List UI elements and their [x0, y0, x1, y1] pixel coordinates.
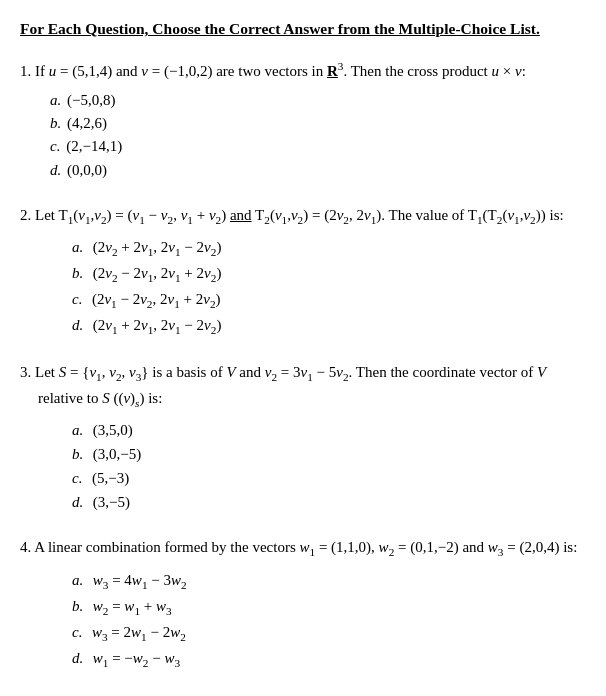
q4-answers: a. w3 = 4w1 − 3w2 b. w2 = w1 + w3 c. w3 … — [20, 568, 586, 672]
q1-answer-b: b. (4,2,6) — [50, 112, 586, 135]
question-2: 2. Let T1(v1,v2) = (v1 − v2, v1 + v2) an… — [20, 204, 586, 339]
q1-number: 1. — [20, 63, 31, 79]
instructions: For Each Question, Choose the Correct An… — [20, 18, 586, 40]
q1-answers: a. (−5,0,8) b. (4,2,6) c. (2,−14,1) d. (… — [20, 89, 586, 182]
q4-answer-d: d. w1 = −w2 − w3 — [72, 646, 586, 672]
q3-answer-b: b. (3,0,−5) — [72, 442, 586, 466]
q2-number: 2. — [20, 207, 31, 223]
q1-answer-a: a. (−5,0,8) — [50, 89, 586, 112]
question-1: 1. If u = (5,1,4) and v = (−1,0,2) are t… — [20, 58, 586, 182]
q4-answer-a: a. w3 = 4w1 − 3w2 — [72, 568, 586, 594]
q2-answer-a: a. (2v2 + 2v1, 2v1 − 2v2) — [72, 235, 586, 261]
q1-answer-d: d. (0,0,0) — [50, 159, 586, 182]
q4-answer-c: c. w3 = 2w1 − 2w2 — [72, 620, 586, 646]
question-3: 3. Let S = {v1, v2, v3} is a basis of V … — [20, 361, 586, 514]
questions-container: 1. If u = (5,1,4) and v = (−1,0,2) are t… — [20, 58, 586, 672]
question-1-text: 1. If u = (5,1,4) and v = (−1,0,2) are t… — [20, 58, 586, 83]
q4-answer-b: b. w2 = w1 + w3 — [72, 594, 586, 620]
q3-answer-d: d. (3,−5) — [72, 490, 586, 514]
q2-answer-c: c. (2v1 − 2v2, 2v1 + 2v2) — [72, 287, 586, 313]
q3-answer-a: a. (3,5,0) — [72, 418, 586, 442]
question-2-text: 2. Let T1(v1,v2) = (v1 − v2, v1 + v2) an… — [20, 204, 586, 229]
question-4: 4. A linear combination formed by the ve… — [20, 536, 586, 671]
q3-number: 3. — [20, 364, 31, 380]
q3-answer-c: c. (5,−3) — [72, 466, 586, 490]
q2-answers: a. (2v2 + 2v1, 2v1 − 2v2) b. (2v2 − 2v1,… — [20, 235, 586, 339]
q2-answer-d: d. (2v1 + 2v1, 2v1 − 2v2) — [72, 313, 586, 339]
question-3-text: 3. Let S = {v1, v2, v3} is a basis of V … — [20, 361, 586, 412]
question-4-text: 4. A linear combination formed by the ve… — [20, 536, 586, 561]
q1-answer-c: c. (2,−14,1) — [50, 135, 586, 158]
q3-answers: a. (3,5,0) b. (3,0,−5) c. (5,−3) d. (3,−… — [20, 418, 586, 514]
q2-answer-b: b. (2v2 − 2v1, 2v1 + 2v2) — [72, 261, 586, 287]
